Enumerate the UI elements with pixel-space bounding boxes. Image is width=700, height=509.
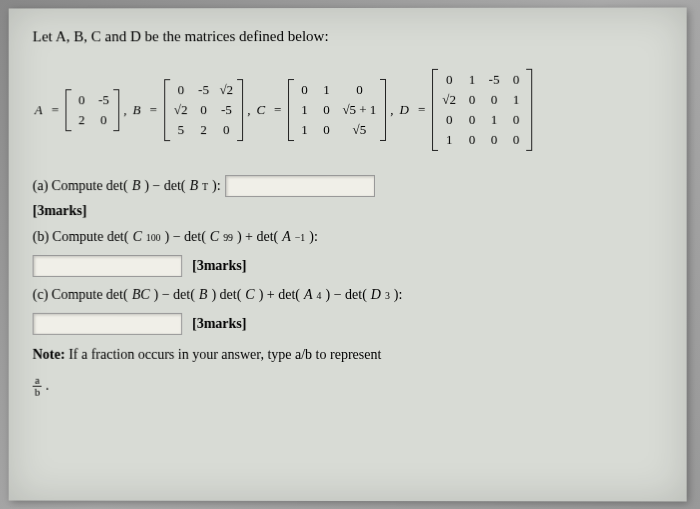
eq-4: =	[418, 102, 425, 118]
eq-2: =	[150, 102, 157, 118]
note-fraction: a b .	[33, 375, 663, 398]
intro-text: Let A, B, C and D be the matrices define…	[33, 28, 663, 46]
answer-input-b[interactable]	[33, 255, 183, 277]
label-B: B	[133, 102, 141, 118]
fraction-ab: a b	[33, 375, 42, 398]
part-b-answer-row: [3marks]	[33, 255, 663, 277]
eq-1: =	[51, 102, 58, 118]
matrices-definition: A = 0-5 20 , B = 0-5√2 √20-5 520 , C =	[33, 69, 663, 152]
part-c: (c) Compute det(BC) − det(B) det(C) + de…	[33, 287, 663, 303]
part-c-answer-row: [3marks]	[33, 313, 663, 335]
eq-3: =	[274, 102, 281, 118]
worksheet-paper: Let A, B, C and D be the matrices define…	[9, 8, 687, 502]
matrix-A: 0-5 20	[66, 89, 120, 131]
label-D: D	[400, 102, 409, 118]
matrix-D: 01-50 √2001 0010 1000	[432, 69, 532, 151]
part-b: (b) Compute det(C100) − det(C99) + det(A…	[33, 229, 663, 245]
marks-a: [3marks]	[33, 203, 663, 219]
matrix-B: 0-5√2 √20-5 520	[164, 79, 243, 141]
marks-c: [3marks]	[192, 316, 246, 332]
answer-input-c[interactable]	[33, 313, 183, 335]
part-a: (a) Compute det(B) − det(BT):	[33, 175, 663, 197]
marks-b: [3marks]	[192, 258, 246, 274]
answer-input-a[interactable]	[225, 175, 375, 197]
matrix-C: 010 10√5 + 1 10√5	[288, 79, 386, 141]
label-A: A	[35, 102, 43, 118]
note-text: Note: If a fraction occurs in your answe…	[33, 347, 663, 363]
label-C: C	[256, 102, 265, 118]
